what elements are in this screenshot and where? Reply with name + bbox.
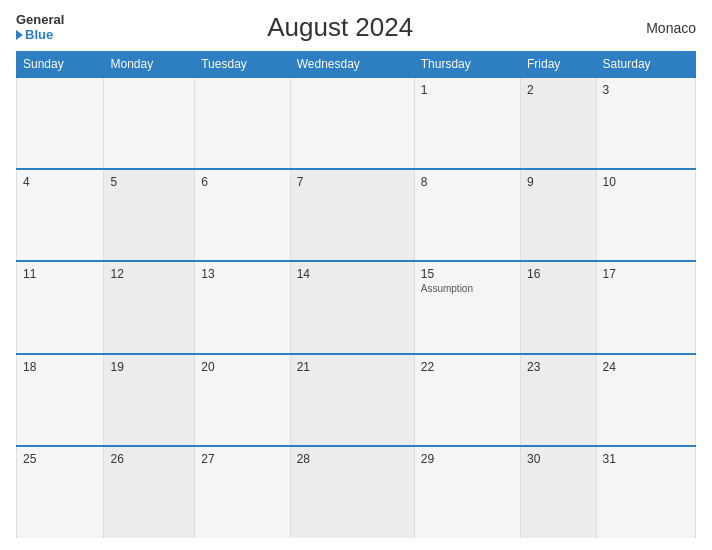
calendar-cell: 15Assumption xyxy=(414,261,520,353)
calendar-cell: 28 xyxy=(290,446,414,538)
calendar-cell: 31 xyxy=(596,446,695,538)
col-thursday: Thursday xyxy=(414,52,520,78)
day-number: 15 xyxy=(421,267,514,281)
header: General Blue August 2024 Monaco xyxy=(16,12,696,43)
calendar-cell: 25 xyxy=(17,446,104,538)
calendar-week-2: 45678910 xyxy=(17,169,696,261)
day-number: 22 xyxy=(421,360,514,374)
logo-blue-text: Blue xyxy=(16,28,64,42)
day-number: 28 xyxy=(297,452,408,466)
day-number: 23 xyxy=(527,360,590,374)
calendar-cell: 14 xyxy=(290,261,414,353)
day-number: 9 xyxy=(527,175,590,189)
day-number: 13 xyxy=(201,267,283,281)
day-number: 8 xyxy=(421,175,514,189)
calendar-cell: 4 xyxy=(17,169,104,261)
calendar-cell: 22 xyxy=(414,354,520,446)
calendar-cell: 21 xyxy=(290,354,414,446)
day-number: 2 xyxy=(527,83,590,97)
day-number: 11 xyxy=(23,267,97,281)
day-number: 18 xyxy=(23,360,97,374)
day-number: 10 xyxy=(603,175,689,189)
calendar-week-4: 18192021222324 xyxy=(17,354,696,446)
calendar-cell xyxy=(290,77,414,169)
day-number: 7 xyxy=(297,175,408,189)
calendar-cell: 5 xyxy=(104,169,195,261)
calendar-cell: 30 xyxy=(521,446,597,538)
calendar-page: General Blue August 2024 Monaco Sunday M… xyxy=(0,0,712,550)
calendar-cell: 20 xyxy=(195,354,290,446)
col-sunday: Sunday xyxy=(17,52,104,78)
calendar-week-5: 25262728293031 xyxy=(17,446,696,538)
calendar-cell: 27 xyxy=(195,446,290,538)
calendar-week-1: 123 xyxy=(17,77,696,169)
calendar-title: August 2024 xyxy=(64,12,616,43)
day-number: 26 xyxy=(110,452,188,466)
calendar-header-row: Sunday Monday Tuesday Wednesday Thursday… xyxy=(17,52,696,78)
calendar-week-3: 1112131415Assumption1617 xyxy=(17,261,696,353)
calendar-cell: 1 xyxy=(414,77,520,169)
calendar-cell: 9 xyxy=(521,169,597,261)
day-number: 4 xyxy=(23,175,97,189)
calendar-cell: 18 xyxy=(17,354,104,446)
calendar-cell: 2 xyxy=(521,77,597,169)
calendar-cell: 7 xyxy=(290,169,414,261)
day-number: 1 xyxy=(421,83,514,97)
calendar-cell xyxy=(17,77,104,169)
calendar-cell: 6 xyxy=(195,169,290,261)
day-number: 24 xyxy=(603,360,689,374)
day-number: 19 xyxy=(110,360,188,374)
calendar-cell: 17 xyxy=(596,261,695,353)
day-number: 20 xyxy=(201,360,283,374)
country-label: Monaco xyxy=(616,20,696,36)
day-number: 6 xyxy=(201,175,283,189)
day-number: 25 xyxy=(23,452,97,466)
calendar-cell: 8 xyxy=(414,169,520,261)
col-friday: Friday xyxy=(521,52,597,78)
logo-general-text: General xyxy=(16,13,64,27)
calendar-cell: 10 xyxy=(596,169,695,261)
logo-triangle-icon xyxy=(16,30,23,40)
day-number: 17 xyxy=(603,267,689,281)
day-number: 29 xyxy=(421,452,514,466)
day-number: 16 xyxy=(527,267,590,281)
col-tuesday: Tuesday xyxy=(195,52,290,78)
day-number: 27 xyxy=(201,452,283,466)
calendar-cell xyxy=(195,77,290,169)
calendar-cell xyxy=(104,77,195,169)
day-number: 21 xyxy=(297,360,408,374)
calendar-cell: 26 xyxy=(104,446,195,538)
day-number: 30 xyxy=(527,452,590,466)
calendar-cell: 13 xyxy=(195,261,290,353)
calendar-cell: 3 xyxy=(596,77,695,169)
calendar-cell: 23 xyxy=(521,354,597,446)
day-number: 31 xyxy=(603,452,689,466)
col-monday: Monday xyxy=(104,52,195,78)
calendar-cell: 24 xyxy=(596,354,695,446)
calendar-cell: 16 xyxy=(521,261,597,353)
day-number: 14 xyxy=(297,267,408,281)
calendar-cell: 19 xyxy=(104,354,195,446)
col-wednesday: Wednesday xyxy=(290,52,414,78)
calendar-cell: 12 xyxy=(104,261,195,353)
logo: General Blue xyxy=(16,13,64,42)
day-number: 12 xyxy=(110,267,188,281)
col-saturday: Saturday xyxy=(596,52,695,78)
day-number: 5 xyxy=(110,175,188,189)
calendar-table: Sunday Monday Tuesday Wednesday Thursday… xyxy=(16,51,696,538)
calendar-cell: 11 xyxy=(17,261,104,353)
event-label: Assumption xyxy=(421,283,514,294)
calendar-cell: 29 xyxy=(414,446,520,538)
day-number: 3 xyxy=(603,83,689,97)
